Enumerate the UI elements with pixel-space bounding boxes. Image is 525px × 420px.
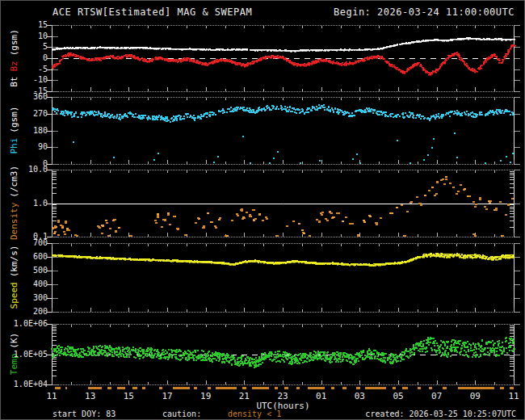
- y-tick-label: 1.0E+05: [2, 350, 48, 359]
- y-tick-label: 1.0E+04: [2, 380, 48, 388]
- y-tick-label: 300: [2, 293, 48, 302]
- y-tick-label: 700: [2, 238, 48, 247]
- y-tick-label: 400: [2, 279, 48, 288]
- y-tick-label: 270: [2, 109, 48, 118]
- y-tick-label: 500: [2, 266, 48, 275]
- page-title: ACE RTSW[Estimated] MAG & SWEPAM: [52, 6, 252, 18]
- begin-timestamp: Begin: 2026-03-24 11:00:00UTC: [334, 6, 514, 18]
- y-tick-label: 0: [2, 53, 48, 62]
- y-tick-label: 5: [2, 42, 48, 51]
- caution-value: density < 1: [228, 410, 281, 418]
- ace-rtsw-plot: ACE RTSW[Estimated] MAG & SWEPAM Begin: …: [0, 0, 525, 420]
- ylabel-temp-units: (K): [9, 333, 19, 349]
- y-tick-label: 180: [2, 126, 48, 135]
- y-tick-label: 1.0E+06: [2, 319, 48, 328]
- y-tick-label: -5: [2, 65, 48, 74]
- panel-density: [52, 170, 514, 237]
- y-tick-label: 1.0: [2, 199, 48, 208]
- y-tick-label: 10: [2, 32, 48, 40]
- y-tick-label: 90: [2, 142, 48, 151]
- y-tick-label: 200: [2, 307, 48, 316]
- panel-phi: [52, 97, 514, 165]
- start-doy-text: start DOY: 83: [52, 410, 116, 418]
- y-tick-label: 15: [2, 20, 48, 29]
- caution-label: caution:: [162, 410, 201, 418]
- y-tick-label: 360: [2, 92, 48, 101]
- panel-speed: [52, 243, 514, 313]
- y-tick-label: -10: [2, 75, 48, 84]
- y-tick-label: 10.0: [2, 165, 48, 174]
- panel-bt-bz: [52, 25, 514, 92]
- y-tick-label: 600: [2, 252, 48, 261]
- created-timestamp: created: 2026-03-25 10:25:07UTC: [365, 410, 516, 418]
- panel-temp: [52, 324, 514, 385]
